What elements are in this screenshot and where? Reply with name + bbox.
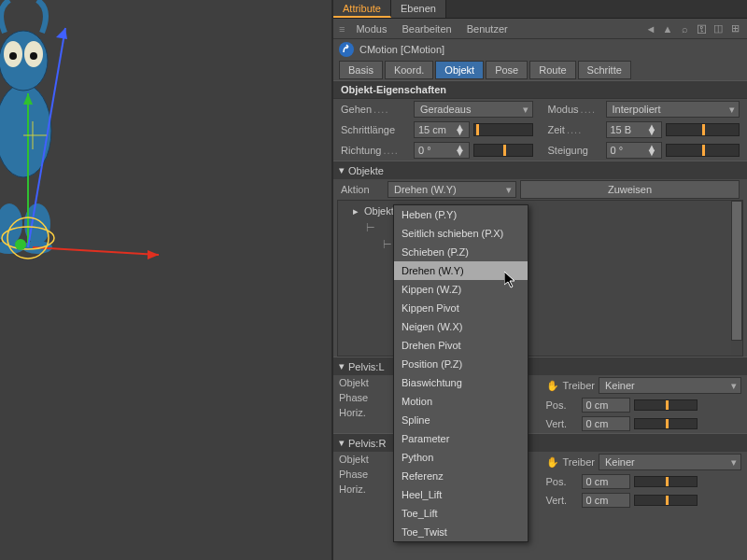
popup-item[interactable]: Spline — [394, 411, 528, 429]
slider-richtung[interactable] — [473, 144, 533, 157]
tab-attribute[interactable]: Attribute — [333, 0, 391, 18]
hand-icon: ✋ — [546, 380, 559, 392]
popup-item[interactable]: Toe_Twist — [394, 523, 528, 541]
popup-item[interactable]: Drehen Pivot — [394, 336, 528, 355]
label-vert-p1: Vert. — [546, 418, 578, 429]
subtab-route[interactable]: Route — [529, 61, 575, 79]
svg-line-10 — [33, 247, 159, 255]
search-icon[interactable]: ⌕ — [678, 22, 691, 35]
chevron-down-icon: ▾ — [339, 164, 345, 176]
object-header: CMotion [CMotion] — [333, 39, 747, 60]
label-gehen: Gehen — [341, 104, 410, 115]
subtab-basis[interactable]: Basis — [339, 61, 383, 79]
popup-item[interactable]: Motion — [394, 392, 528, 411]
field-schrittlaenge[interactable]: 15 cm▲▼ — [414, 121, 470, 138]
label-phase-p1: Phase — [339, 392, 380, 403]
label-horiz-p1: Horiz. — [339, 407, 380, 418]
field-pos-p2[interactable]: 0 cm — [582, 474, 630, 489]
popup-item[interactable]: Position (P.Z) — [394, 355, 528, 373]
view1-icon[interactable]: ◫ — [712, 22, 725, 35]
label-pos-p2: Pos. — [546, 476, 578, 487]
tree-scrollbar[interactable] — [731, 201, 742, 356]
lock-icon[interactable]: ⚿ — [695, 22, 708, 35]
popup-item[interactable]: Python — [394, 448, 528, 467]
field-vert-p1[interactable]: 0 cm — [582, 416, 630, 431]
group-objekte[interactable]: ▾Objekte — [333, 161, 747, 179]
subtab-objekt[interactable]: Objekt — [435, 61, 484, 79]
popup-item[interactable]: Kippen (W.Z) — [394, 280, 528, 299]
view2-icon[interactable]: ⊞ — [728, 22, 741, 35]
label-horiz-p2: Horiz. — [339, 483, 380, 495]
subtab-koord[interactable]: Koord. — [385, 61, 433, 79]
label-zeit: Zeit — [548, 124, 602, 135]
popup-item[interactable]: Toe_Lift — [394, 504, 528, 523]
field-vert-p2[interactable]: 0 cm — [582, 493, 630, 508]
arrow-up-icon[interactable]: ▲ — [661, 22, 674, 35]
slider-steigung[interactable] — [666, 144, 740, 157]
dropdown-gehen[interactable]: Geradeaus — [414, 101, 533, 118]
viewport-3d[interactable] — [0, 0, 331, 560]
label-steigung: Steigung — [548, 145, 602, 156]
popup-item[interactable]: Heel_Lift — [394, 485, 528, 504]
svg-marker-13 — [23, 93, 33, 105]
dropdown-modus[interactable]: Interpoliert — [606, 101, 740, 118]
field-zeit[interactable]: 15 B▲▼ — [606, 121, 662, 138]
label-richtung: Richtung — [341, 145, 410, 156]
dropdown-popup-aktion: Heben (P.Y)Seitlich schieben (P.X)Schieb… — [393, 204, 529, 542]
chevron-down-icon: ▾ — [339, 437, 345, 449]
svg-marker-15 — [56, 28, 67, 39]
slider-schrittlaenge[interactable] — [473, 123, 533, 136]
menu-modus[interactable]: Modus — [348, 21, 394, 37]
svg-line-14 — [28, 28, 65, 247]
cmotion-icon — [339, 42, 354, 57]
object-title: CMotion [CMotion] — [359, 44, 444, 55]
popup-item[interactable]: Referenz — [394, 467, 528, 485]
label-phase-p2: Phase — [339, 469, 380, 480]
hand-icon: ✋ — [546, 456, 559, 469]
menu-benutzer[interactable]: Benutzer — [459, 21, 515, 37]
slider-vert-p1[interactable] — [634, 418, 698, 429]
popup-item[interactable]: Kippen Pivot — [394, 299, 528, 317]
popup-item[interactable]: Drehen (W.Y) — [394, 261, 528, 280]
label-treiber-p1: Treiber — [563, 380, 595, 391]
tree-connector-icon: ⊢ — [366, 222, 375, 234]
dropdown-treiber-p1[interactable]: Keiner — [599, 377, 741, 394]
tree-expand-icon[interactable]: ▸ — [353, 205, 360, 217]
dropdown-aktion[interactable]: Drehen (W.Y) — [388, 181, 516, 198]
btn-zuweisen[interactable]: Zuweisen — [520, 180, 740, 199]
dropdown-treiber-p2[interactable]: Keiner — [599, 454, 741, 470]
label-objekt-p1: Objekt — [339, 377, 380, 388]
popup-item[interactable]: Biaswichtung — [394, 373, 528, 392]
slider-pos-p2[interactable] — [634, 476, 698, 487]
panel-menubar: ≡ Modus Bearbeiten Benutzer ◄ ▲ ⌕ ⚿ ◫ ⊞ — [333, 19, 747, 39]
label-treiber-p2: Treiber — [563, 456, 595, 468]
popup-item[interactable]: Heben (P.Y) — [394, 205, 528, 224]
subtab-schritte[interactable]: Schritte — [578, 61, 631, 79]
panel-tabbar: Attribute Ebenen — [333, 0, 747, 19]
viewport-gizmos — [0, 0, 331, 560]
menu-bearbeiten[interactable]: Bearbeiten — [394, 21, 458, 37]
field-pos-p1[interactable]: 0 cm — [582, 398, 630, 413]
label-pos-p1: Pos. — [546, 399, 578, 411]
field-steigung[interactable]: 0 °▲▼ — [606, 142, 662, 159]
label-objekt-p2: Objekt — [339, 454, 380, 465]
label-aktion: Aktion — [341, 184, 384, 195]
subtabs: Basis Koord. Objekt Pose Route Schritte — [333, 60, 747, 80]
popup-item[interactable]: Seitlich schieben (P.X) — [394, 224, 528, 243]
popup-item[interactable]: Neigen (W.X) — [394, 317, 528, 336]
svg-marker-11 — [148, 250, 159, 259]
tree-item-objekt[interactable]: Objekt — [364, 205, 394, 217]
field-richtung[interactable]: 0 °▲▼ — [414, 142, 470, 159]
slider-vert-p2[interactable] — [634, 495, 698, 506]
subtab-pose[interactable]: Pose — [486, 61, 528, 79]
menu-thumb-icon: ≡ — [339, 23, 348, 35]
slider-zeit[interactable] — [666, 123, 740, 136]
slider-pos-p1[interactable] — [634, 399, 698, 411]
history-back-icon[interactable]: ◄ — [644, 22, 657, 35]
tab-ebenen[interactable]: Ebenen — [391, 0, 446, 18]
svg-point-18 — [15, 239, 26, 250]
label-vert-p2: Vert. — [546, 495, 578, 506]
popup-item[interactable]: Parameter — [394, 429, 528, 448]
section-objekt-eigenschaften: Objekt-Eigenschaften — [333, 80, 747, 99]
popup-item[interactable]: Schieben (P.Z) — [394, 243, 528, 261]
